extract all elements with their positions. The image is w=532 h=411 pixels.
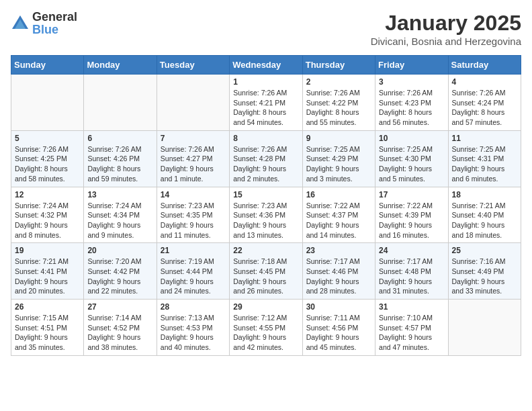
calendar-cell: 28Sunrise: 7:13 AM Sunset: 4:53 PM Dayli… <box>157 300 229 356</box>
calendar-week-row: 12Sunrise: 7:24 AM Sunset: 4:32 PM Dayli… <box>11 187 521 243</box>
day-number: 13 <box>87 190 152 199</box>
calendar-cell: 24Sunrise: 7:17 AM Sunset: 4:48 PM Dayli… <box>375 243 448 300</box>
day-number: 31 <box>379 302 444 312</box>
calendar-cell: 21Sunrise: 7:19 AM Sunset: 4:44 PM Dayli… <box>157 243 229 300</box>
day-info: Sunrise: 7:15 AM Sunset: 4:51 PM Dayligh… <box>15 313 80 353</box>
calendar-week-row: 5Sunrise: 7:26 AM Sunset: 4:25 PM Daylig… <box>11 130 521 187</box>
calendar-day-header: Monday <box>84 56 157 75</box>
calendar-cell: 22Sunrise: 7:18 AM Sunset: 4:45 PM Dayli… <box>230 243 302 300</box>
calendar-cell: 2Sunrise: 7:26 AM Sunset: 4:22 PM Daylig… <box>302 75 375 131</box>
logo-text: General Blue <box>32 11 77 36</box>
day-number: 25 <box>452 246 517 255</box>
day-info: Sunrise: 7:26 AM Sunset: 4:23 PM Dayligh… <box>379 88 444 128</box>
calendar-cell: 27Sunrise: 7:14 AM Sunset: 4:52 PM Dayli… <box>84 300 157 356</box>
day-info: Sunrise: 7:19 AM Sunset: 4:44 PM Dayligh… <box>161 257 226 296</box>
calendar-cell: 14Sunrise: 7:23 AM Sunset: 4:35 PM Dayli… <box>157 187 229 243</box>
calendar-cell: 25Sunrise: 7:16 AM Sunset: 4:49 PM Dayli… <box>448 243 521 300</box>
calendar-cell: 5Sunrise: 7:26 AM Sunset: 4:25 PM Daylig… <box>11 130 84 187</box>
day-info: Sunrise: 7:23 AM Sunset: 4:36 PM Dayligh… <box>233 201 298 240</box>
day-info: Sunrise: 7:23 AM Sunset: 4:35 PM Dayligh… <box>161 201 226 240</box>
day-info: Sunrise: 7:22 AM Sunset: 4:37 PM Dayligh… <box>306 201 371 240</box>
day-info: Sunrise: 7:24 AM Sunset: 4:34 PM Dayligh… <box>87 201 152 240</box>
calendar-cell <box>448 300 521 356</box>
day-number: 20 <box>87 246 152 255</box>
day-number: 17 <box>379 190 444 199</box>
day-number: 19 <box>15 246 80 255</box>
calendar-cell: 8Sunrise: 7:26 AM Sunset: 4:28 PM Daylig… <box>230 130 302 187</box>
day-number: 5 <box>15 134 80 143</box>
day-number: 12 <box>15 190 80 199</box>
day-info: Sunrise: 7:21 AM Sunset: 4:41 PM Dayligh… <box>15 257 80 296</box>
day-number: 15 <box>233 190 298 199</box>
day-info: Sunrise: 7:25 AM Sunset: 4:30 PM Dayligh… <box>379 144 444 184</box>
day-number: 6 <box>87 134 152 143</box>
day-number: 14 <box>161 190 226 199</box>
calendar-cell: 6Sunrise: 7:26 AM Sunset: 4:26 PM Daylig… <box>84 130 157 187</box>
day-number: 21 <box>161 246 226 255</box>
calendar-cell: 10Sunrise: 7:25 AM Sunset: 4:30 PM Dayli… <box>375 130 448 187</box>
calendar-cell: 7Sunrise: 7:26 AM Sunset: 4:27 PM Daylig… <box>157 130 229 187</box>
calendar-cell: 23Sunrise: 7:17 AM Sunset: 4:46 PM Dayli… <box>302 243 375 300</box>
day-info: Sunrise: 7:10 AM Sunset: 4:57 PM Dayligh… <box>379 313 444 353</box>
calendar-week-row: 26Sunrise: 7:15 AM Sunset: 4:51 PM Dayli… <box>11 300 521 356</box>
day-info: Sunrise: 7:26 AM Sunset: 4:28 PM Dayligh… <box>233 144 298 184</box>
day-info: Sunrise: 7:12 AM Sunset: 4:55 PM Dayligh… <box>233 313 298 353</box>
calendar-week-row: 1Sunrise: 7:26 AM Sunset: 4:21 PM Daylig… <box>11 75 521 131</box>
logo-icon <box>11 14 30 33</box>
calendar-day-header: Thursday <box>302 56 375 75</box>
calendar-cell: 12Sunrise: 7:24 AM Sunset: 4:32 PM Dayli… <box>11 187 84 243</box>
day-number: 3 <box>379 77 444 87</box>
day-number: 23 <box>306 246 371 255</box>
logo: General Blue <box>11 11 77 36</box>
calendar-cell: 4Sunrise: 7:26 AM Sunset: 4:24 PM Daylig… <box>448 75 521 131</box>
calendar-day-header: Wednesday <box>230 56 302 75</box>
calendar-cell: 17Sunrise: 7:22 AM Sunset: 4:39 PM Dayli… <box>375 187 448 243</box>
day-info: Sunrise: 7:26 AM Sunset: 4:21 PM Dayligh… <box>233 88 298 128</box>
day-number: 4 <box>452 77 517 87</box>
day-number: 26 <box>15 302 80 312</box>
calendar-cell: 3Sunrise: 7:26 AM Sunset: 4:23 PM Daylig… <box>375 75 448 131</box>
day-info: Sunrise: 7:21 AM Sunset: 4:40 PM Dayligh… <box>452 201 517 240</box>
day-info: Sunrise: 7:17 AM Sunset: 4:46 PM Dayligh… <box>306 257 371 296</box>
day-info: Sunrise: 7:26 AM Sunset: 4:26 PM Dayligh… <box>87 144 152 184</box>
day-info: Sunrise: 7:26 AM Sunset: 4:25 PM Dayligh… <box>15 144 80 184</box>
calendar-cell: 1Sunrise: 7:26 AM Sunset: 4:21 PM Daylig… <box>230 75 302 131</box>
day-number: 18 <box>452 190 517 199</box>
calendar-day-header: Saturday <box>448 56 521 75</box>
day-info: Sunrise: 7:20 AM Sunset: 4:42 PM Dayligh… <box>87 257 152 296</box>
day-info: Sunrise: 7:22 AM Sunset: 4:39 PM Dayligh… <box>379 201 444 240</box>
day-number: 1 <box>233 77 298 87</box>
calendar-table: SundayMondayTuesdayWednesdayThursdayFrid… <box>11 55 521 356</box>
day-number: 28 <box>161 302 226 312</box>
calendar-cell: 11Sunrise: 7:25 AM Sunset: 4:31 PM Dayli… <box>448 130 521 187</box>
calendar-cell: 26Sunrise: 7:15 AM Sunset: 4:51 PM Dayli… <box>11 300 84 356</box>
day-number: 11 <box>452 134 517 143</box>
day-number: 16 <box>306 190 371 199</box>
day-info: Sunrise: 7:17 AM Sunset: 4:48 PM Dayligh… <box>379 257 444 296</box>
calendar-cell: 16Sunrise: 7:22 AM Sunset: 4:37 PM Dayli… <box>302 187 375 243</box>
calendar-cell: 29Sunrise: 7:12 AM Sunset: 4:55 PM Dayli… <box>230 300 302 356</box>
day-number: 24 <box>379 246 444 255</box>
calendar-cell <box>84 75 157 131</box>
day-info: Sunrise: 7:18 AM Sunset: 4:45 PM Dayligh… <box>233 257 298 296</box>
day-number: 27 <box>87 302 152 312</box>
day-info: Sunrise: 7:11 AM Sunset: 4:56 PM Dayligh… <box>306 313 371 353</box>
calendar-header-row: SundayMondayTuesdayWednesdayThursdayFrid… <box>11 56 521 75</box>
day-number: 29 <box>233 302 298 312</box>
calendar-cell: 31Sunrise: 7:10 AM Sunset: 4:57 PM Dayli… <box>375 300 448 356</box>
day-number: 9 <box>306 134 371 143</box>
day-number: 22 <box>233 246 298 255</box>
page-header: General Blue January 2025 Divicani, Bosn… <box>11 11 521 47</box>
day-info: Sunrise: 7:26 AM Sunset: 4:27 PM Dayligh… <box>161 144 226 184</box>
month-title: January 2025 <box>371 11 521 36</box>
location-subtitle: Divicani, Bosnia and Herzegovina <box>371 36 521 47</box>
calendar-cell: 15Sunrise: 7:23 AM Sunset: 4:36 PM Dayli… <box>230 187 302 243</box>
calendar-cell <box>157 75 229 131</box>
calendar-week-row: 19Sunrise: 7:21 AM Sunset: 4:41 PM Dayli… <box>11 243 521 300</box>
day-info: Sunrise: 7:26 AM Sunset: 4:24 PM Dayligh… <box>452 88 517 128</box>
day-number: 30 <box>306 302 371 312</box>
calendar-day-header: Friday <box>375 56 448 75</box>
day-number: 10 <box>379 134 444 143</box>
day-info: Sunrise: 7:26 AM Sunset: 4:22 PM Dayligh… <box>306 88 371 128</box>
day-number: 7 <box>161 134 226 143</box>
